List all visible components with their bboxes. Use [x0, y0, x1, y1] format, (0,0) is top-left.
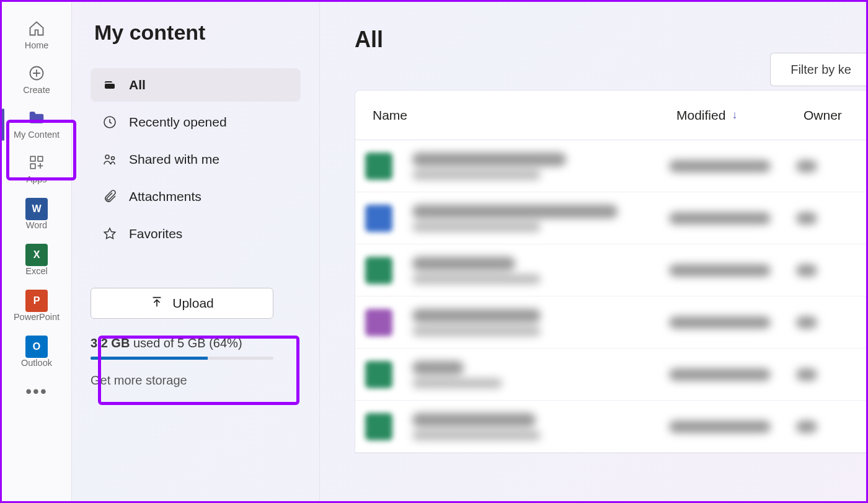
rail-label: Home — [25, 40, 49, 50]
upload-label: Upload — [172, 296, 214, 311]
file-name-cell — [412, 413, 669, 440]
svg-point-6 — [112, 157, 115, 160]
rail-item-home[interactable]: Home — [2, 13, 71, 58]
content-panel: My content All Recently opened Shared wi… — [72, 2, 320, 501]
rail-item-mycontent[interactable]: My Content — [2, 102, 71, 147]
file-modified-cell — [669, 368, 796, 381]
rail-label: Word — [26, 220, 47, 230]
file-modified-cell — [669, 160, 796, 172]
table-header: Name Modified ↓ Owner — [355, 91, 866, 140]
main-heading: All — [355, 27, 866, 53]
storage-text: 3.2 GB used of 5 GB (64%) — [91, 336, 301, 350]
table-row[interactable] — [355, 244, 866, 296]
column-label: Modified — [676, 108, 725, 123]
storage-suffix: used of 5 GB (64%) — [130, 336, 242, 350]
file-owner-cell — [796, 368, 866, 381]
nav-label: Recently opened — [129, 115, 227, 130]
stack-icon — [102, 77, 118, 93]
rail-item-apps[interactable]: Apps — [2, 147, 71, 192]
file-modified-cell — [669, 264, 796, 277]
attachment-icon — [102, 189, 118, 205]
file-type-icon — [365, 413, 392, 440]
file-type-icon — [365, 361, 392, 388]
rail-item-create[interactable]: Create — [2, 58, 71, 102]
file-grid: Name Modified ↓ Owner — [355, 90, 866, 453]
nav-item-recent[interactable]: Recently opened — [91, 105, 301, 139]
column-header-modified[interactable]: Modified ↓ — [676, 108, 804, 123]
powerpoint-app-icon: P — [25, 290, 48, 312]
rail-item-powerpoint[interactable]: P PowerPoint — [2, 283, 71, 329]
file-owner-cell — [796, 160, 866, 172]
svg-rect-3 — [30, 164, 35, 169]
get-more-storage-link[interactable]: Get more storage — [91, 373, 301, 388]
rail-item-excel[interactable]: X Excel — [2, 238, 71, 283]
rail-item-word[interactable]: W Word — [2, 192, 71, 238]
main-content: All Filter by ke Name Modified ↓ Owner — [320, 2, 866, 501]
upload-icon — [150, 295, 164, 312]
file-name-cell — [412, 205, 669, 232]
storage-progress — [91, 357, 273, 360]
file-name-cell — [412, 153, 669, 180]
apps-icon — [27, 153, 46, 172]
nav-item-favorites[interactable]: Favorites — [91, 217, 301, 251]
file-type-icon — [365, 257, 392, 284]
file-owner-cell — [796, 316, 866, 329]
excel-app-icon: X — [25, 244, 48, 266]
table-row[interactable] — [355, 140, 866, 192]
rail-label: PowerPoint — [14, 312, 60, 322]
rail-label: My Content — [14, 130, 60, 140]
nav-label: Shared with me — [129, 152, 219, 167]
panel-nav: All Recently opened Shared with me Attac… — [91, 68, 301, 251]
nav-label: All — [129, 78, 146, 92]
outlook-app-icon: O — [25, 336, 48, 358]
file-modified-cell — [669, 316, 796, 329]
nav-label: Favorites — [129, 226, 182, 241]
people-icon — [102, 151, 118, 167]
file-name-cell — [412, 257, 669, 284]
nav-label: Attachments — [129, 189, 202, 204]
column-header-name[interactable]: Name — [373, 108, 676, 123]
star-icon — [102, 226, 118, 242]
word-app-icon: W — [25, 198, 48, 220]
file-type-icon — [365, 309, 392, 336]
more-icon: ••• — [25, 381, 47, 401]
rail-item-more[interactable]: ••• — [2, 375, 71, 409]
app-rail: Home Create My Content Apps W Word X Exc… — [2, 2, 72, 501]
file-owner-cell — [796, 421, 866, 433]
storage-fill — [91, 357, 208, 360]
rail-label: Excel — [25, 266, 47, 276]
clock-icon — [102, 114, 118, 130]
svg-point-5 — [105, 155, 109, 159]
file-owner-cell — [796, 264, 866, 277]
file-name-cell — [412, 361, 669, 388]
table-row[interactable] — [355, 296, 866, 349]
nav-item-attachments[interactable]: Attachments — [91, 180, 301, 213]
file-name-cell — [412, 309, 669, 336]
file-type-icon — [365, 205, 392, 232]
filter-label: Filter by ke — [790, 63, 851, 77]
svg-rect-1 — [30, 156, 35, 161]
file-owner-cell — [796, 212, 866, 225]
rail-label: Create — [23, 85, 50, 95]
rail-item-outlook[interactable]: O Outlook — [2, 329, 71, 375]
table-row[interactable] — [355, 349, 866, 401]
storage-section: 3.2 GB used of 5 GB (64%) Get more stora… — [91, 336, 301, 388]
home-icon — [27, 19, 46, 38]
folder-icon — [27, 109, 46, 127]
storage-used: 3.2 GB — [91, 336, 130, 350]
filter-button[interactable]: Filter by ke — [770, 53, 866, 86]
svg-rect-2 — [38, 156, 43, 161]
table-row[interactable] — [355, 192, 866, 244]
table-row[interactable] — [355, 401, 866, 453]
panel-title: My content — [94, 20, 301, 45]
rail-label: Apps — [26, 174, 46, 184]
file-modified-cell — [669, 421, 796, 433]
sort-descending-icon: ↓ — [732, 109, 737, 122]
upload-button[interactable]: Upload — [91, 288, 273, 319]
file-modified-cell — [669, 212, 796, 225]
column-header-owner[interactable]: Owner — [804, 108, 866, 123]
file-type-icon — [365, 153, 392, 180]
nav-item-all[interactable]: All — [91, 68, 301, 102]
rail-label: Outlook — [21, 358, 52, 368]
nav-item-shared[interactable]: Shared with me — [91, 143, 301, 176]
